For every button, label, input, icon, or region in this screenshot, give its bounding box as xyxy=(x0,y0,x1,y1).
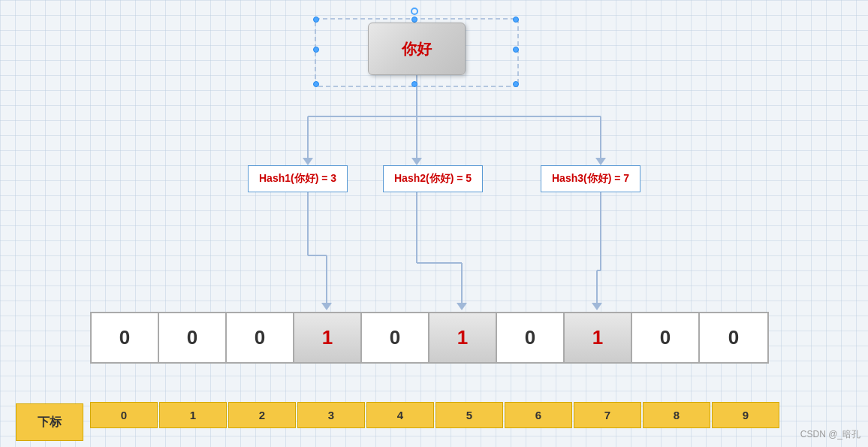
index-9: 9 xyxy=(712,402,779,428)
handle-tm[interactable] xyxy=(411,17,417,23)
index-2: 2 xyxy=(228,402,296,428)
index-4: 4 xyxy=(366,402,434,428)
array-cell-8: 0 xyxy=(632,313,700,362)
watermark: CSDN @_暗孔 xyxy=(800,428,860,441)
array-cell-6: 0 xyxy=(497,313,565,362)
index-header-button[interactable]: 下标 xyxy=(16,403,83,441)
hash1-label: Hash1(你好) = 3 xyxy=(259,172,336,184)
index-8: 8 xyxy=(643,402,710,428)
index-row: 0 1 2 3 4 5 6 7 8 9 xyxy=(90,402,781,428)
hash3-label: Hash3(你好) = 7 xyxy=(552,172,629,184)
index-1: 1 xyxy=(159,402,227,428)
array-cell-1: 0 xyxy=(159,313,227,362)
handle-bl[interactable] xyxy=(313,81,319,87)
array-cell-9: 0 xyxy=(700,313,767,362)
handle-ml[interactable] xyxy=(313,47,319,53)
array-cell-7: 1 xyxy=(565,313,632,362)
handle-br[interactable] xyxy=(513,81,519,87)
svg-marker-3 xyxy=(303,158,313,165)
svg-marker-19 xyxy=(592,303,602,310)
handle-bm[interactable] xyxy=(411,81,417,87)
hash3-box[interactable]: Hash3(你好) = 7 xyxy=(541,165,640,192)
root-node[interactable]: 你好 xyxy=(368,23,466,75)
index-0: 0 xyxy=(90,402,158,428)
handle-tr[interactable] xyxy=(513,17,519,23)
root-label: 你好 xyxy=(402,39,432,59)
handle-tl[interactable] xyxy=(313,17,319,23)
hash2-label: Hash2(你好) = 5 xyxy=(394,172,472,184)
index-6: 6 xyxy=(505,402,572,428)
rotate-handle[interactable] xyxy=(411,8,418,15)
index-7: 7 xyxy=(574,402,641,428)
handle-mr[interactable] xyxy=(513,47,519,53)
array-cell-2: 0 xyxy=(227,313,294,362)
array-cell-4: 0 xyxy=(362,313,429,362)
index-header-label: 下标 xyxy=(38,415,62,430)
array-cell-0: 0 xyxy=(92,313,159,362)
svg-marker-7 xyxy=(595,158,606,165)
array-cell-3: 1 xyxy=(294,313,362,362)
canvas: 你好 Hash1(你好) = 3 Hash2(你好) = 5 Hash3(你好)… xyxy=(0,0,868,447)
hash2-box[interactable]: Hash2(你好) = 5 xyxy=(383,165,483,192)
index-3: 3 xyxy=(297,402,365,428)
index-5: 5 xyxy=(436,402,503,428)
svg-marker-15 xyxy=(457,303,467,310)
svg-marker-5 xyxy=(411,158,422,165)
hash1-box[interactable]: Hash1(你好) = 3 xyxy=(248,165,348,192)
svg-marker-11 xyxy=(321,303,332,310)
array-cell-5: 1 xyxy=(429,313,497,362)
array-container: 0 0 0 1 0 1 0 1 0 0 xyxy=(90,312,769,364)
